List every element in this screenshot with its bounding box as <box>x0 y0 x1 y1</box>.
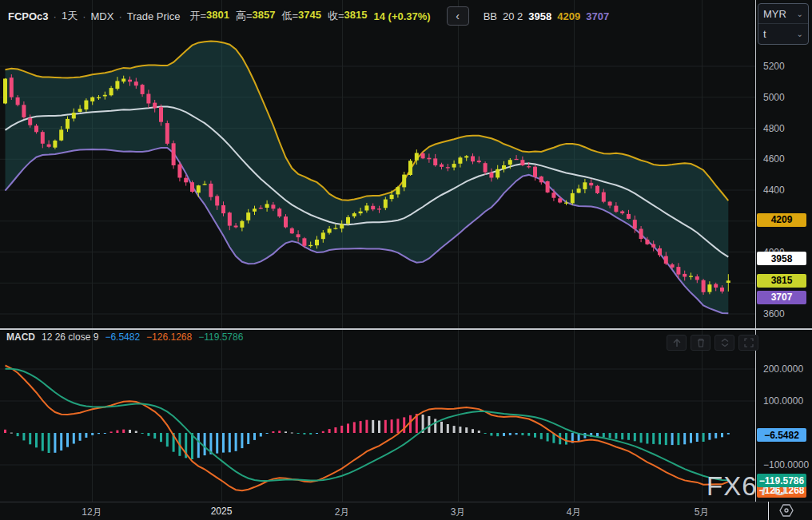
macd-name: MACD <box>6 331 35 343</box>
separator-dot: · <box>54 10 57 22</box>
time-axis-label: 3月 <box>451 506 466 519</box>
change-value: 14 (+0.37%) <box>374 10 431 22</box>
axis-tick-label: 3600 <box>763 308 785 320</box>
pane-move-up-button[interactable] <box>667 335 687 351</box>
unit-select[interactable]: t ⌄ <box>758 23 808 43</box>
macd-hist-value: −6.5482 <box>105 331 140 343</box>
currency-select[interactable]: MYR ⌄ <box>758 4 808 23</box>
separator-dot: · <box>118 10 121 22</box>
scale-settings-button[interactable] <box>778 503 794 518</box>
pane-divider[interactable] <box>0 328 812 330</box>
ohlc-label: 高= <box>236 9 253 23</box>
macd-tag: −6.5482 <box>757 428 806 442</box>
macd-indicator-legend[interactable]: MACD 12 26 close 9 −6.5482 −126.1268 −11… <box>6 331 243 343</box>
ohlc-values: 开=3801高=3857低=3745收=3815 <box>189 9 367 23</box>
ohlc-value: 3857 <box>253 9 276 23</box>
axis-tick-label: 4800 <box>763 123 785 134</box>
bb-upper-value: 4209 <box>557 10 580 22</box>
axis-tick-label: 4600 <box>763 153 785 165</box>
macd-signal-value: −119.5786 <box>198 331 243 343</box>
collapse-icon <box>720 338 730 347</box>
macd-line-value: −126.1268 <box>146 331 192 343</box>
ohlc-label: 低= <box>281 9 298 23</box>
time-axis-label: 5月 <box>695 506 710 519</box>
ohlc-value: 3801 <box>206 9 229 23</box>
axis-tick-label: 5000 <box>763 92 785 103</box>
pane-collapse-button[interactable] <box>714 335 734 351</box>
axis-tick-label: −100.0000 <box>763 459 809 470</box>
macd-chart-pane[interactable] <box>0 329 755 502</box>
bb-params: 20 2 <box>503 10 523 22</box>
bb-lower-value: 3707 <box>586 10 609 22</box>
time-axis-label: 12月 <box>82 506 102 519</box>
separator-dot: · <box>82 10 86 22</box>
chevron-down-icon: ⌄ <box>797 30 803 38</box>
trash-icon <box>696 338 706 347</box>
chevron-down-icon: ⌄ <box>797 10 803 18</box>
price-tag: 3707 <box>757 291 806 304</box>
chevron-left-icon: ‹ <box>456 10 460 22</box>
axis-tick-label: 200.0000 <box>763 363 803 375</box>
axis-tick-label: 5200 <box>763 61 785 72</box>
pane-delete-button[interactable] <box>691 335 710 351</box>
arrow-up-icon <box>671 338 683 347</box>
bb-name: BB <box>484 10 497 22</box>
pane-controls <box>667 335 758 351</box>
bb-fill <box>6 42 729 314</box>
time-axis-label: 2月 <box>335 506 350 519</box>
price-tag: 3958 <box>757 252 806 265</box>
time-axis[interactable]: 12月20252月3月4月5月 <box>0 502 812 520</box>
bb-indicator-legend[interactable]: BB 20 2 3958 4209 3707 <box>484 10 609 22</box>
price-tag: 3815 <box>757 274 806 288</box>
ohlc-value: 3815 <box>344 9 368 23</box>
macd-params: 12 26 close 9 <box>42 331 98 343</box>
macd-histogram <box>4 414 730 459</box>
time-axis-label: 2025 <box>211 506 233 517</box>
maximize-icon <box>744 338 754 347</box>
macd-tag: −119.5786 <box>757 474 806 487</box>
currency-unit-selector: MYR ⌄ t ⌄ <box>758 3 809 45</box>
unit-value: t <box>763 28 766 40</box>
price-chart-pane[interactable] <box>0 0 755 329</box>
exchange-label: MDX <box>91 10 114 22</box>
currency-value: MYR <box>763 8 786 20</box>
chart-toolbar: FCPOc3 · 1天 · MDX · Trade Price 开=3801高=… <box>0 0 755 32</box>
time-axis-divider <box>768 502 769 520</box>
bb-basis-value: 3958 <box>528 10 551 22</box>
target-icon <box>778 503 794 518</box>
axis-tick-label: 4400 <box>763 185 785 196</box>
ohlc-label: 收= <box>328 9 344 23</box>
price-axis[interactable]: 520050004800460044004200400038003600200.… <box>755 0 812 520</box>
interval-label[interactable]: 1天 <box>62 9 78 23</box>
price-tag: 4209 <box>757 213 806 227</box>
time-axis-label: 4月 <box>567 506 582 519</box>
series-type-label: Trade Price <box>127 10 181 22</box>
ohlc-label: 开= <box>189 9 206 23</box>
axis-border <box>755 0 756 502</box>
trading-chart-window: FCPOc3 · 1天 · MDX · Trade Price 开=3801高=… <box>0 0 812 520</box>
grid <box>0 329 755 502</box>
symbol-name[interactable]: FCPOc3 <box>8 10 49 22</box>
ohlc-value: 3745 <box>298 9 321 23</box>
collapse-legend-button[interactable]: ‹ <box>447 6 469 26</box>
pane-maximize-button[interactable] <box>738 335 758 351</box>
axis-tick-label: 100.0000 <box>763 395 803 407</box>
